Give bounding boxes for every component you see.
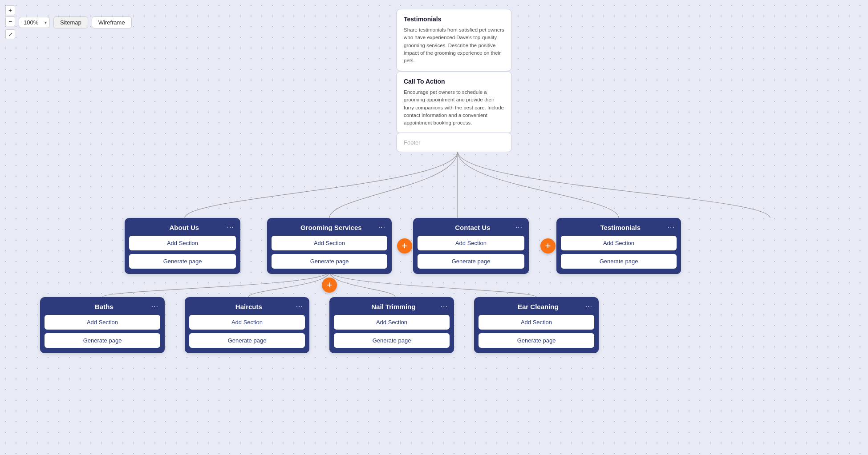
canvas: + − ⤢ 100% 50% 75% 125% 150% ▾ Sitemap W… bbox=[0, 0, 868, 455]
toolbar: + − ⤢ 100% 50% 75% 125% 150% ▾ Sitemap W… bbox=[5, 5, 132, 39]
wireframe-button[interactable]: Wireframe bbox=[92, 16, 132, 28]
contact-us-generate-page[interactable]: Generate page bbox=[418, 254, 524, 269]
sitemap-button[interactable]: Sitemap bbox=[53, 16, 88, 28]
nail-trimming-title: Nail Trimming bbox=[346, 303, 441, 310]
zoom-out-button[interactable]: − bbox=[5, 16, 15, 26]
about-us-title: About Us bbox=[142, 224, 227, 231]
add-page-btn-2[interactable]: + bbox=[540, 238, 556, 254]
nail-trimming-body: Add Section Generate page bbox=[329, 315, 454, 353]
fullscreen-button[interactable]: ⤢ bbox=[5, 29, 15, 39]
baths-menu[interactable]: ··· bbox=[151, 302, 158, 310]
about-us-node: About Us ··· Add Section Generate page bbox=[125, 218, 240, 274]
footer-card: Footer bbox=[396, 133, 512, 152]
grooming-services-menu[interactable]: ··· bbox=[378, 223, 385, 231]
testimonials-page-title: Testimonials bbox=[573, 224, 668, 231]
about-us-generate-page[interactable]: Generate page bbox=[129, 254, 236, 269]
testimonials-page-header: Testimonials ··· bbox=[556, 218, 681, 236]
nail-trimming-header: Nail Trimming ··· bbox=[329, 297, 454, 315]
ear-cleaning-header: Ear Cleaning ··· bbox=[474, 297, 599, 315]
haircuts-generate-page[interactable]: Generate page bbox=[189, 333, 305, 348]
grooming-services-body: Add Section Generate page bbox=[267, 236, 392, 274]
call-to-action-card: Call To Action Encourage pet owners to s… bbox=[396, 71, 512, 133]
grooming-services-node: Grooming Services ··· Add Section Genera… bbox=[267, 218, 392, 274]
zoom-in-button[interactable]: + bbox=[5, 5, 15, 15]
footer-card-label: Footer bbox=[404, 139, 421, 146]
contact-us-header: Contact Us ··· bbox=[413, 218, 529, 236]
about-us-header: About Us ··· bbox=[125, 218, 240, 236]
nail-trimming-generate-page[interactable]: Generate page bbox=[334, 333, 450, 348]
baths-header: Baths ··· bbox=[40, 297, 165, 315]
grooming-services-add-section[interactable]: Add Section bbox=[272, 236, 387, 250]
add-child-btn[interactable]: + bbox=[322, 278, 337, 293]
ear-cleaning-title: Ear Cleaning bbox=[491, 303, 585, 310]
ear-cleaning-node: Ear Cleaning ··· Add Section Generate pa… bbox=[474, 297, 599, 353]
testimonials-page-body: Add Section Generate page bbox=[556, 236, 681, 274]
grooming-services-generate-page[interactable]: Generate page bbox=[272, 254, 387, 269]
testimonials-page-node: Testimonials ··· Add Section Generate pa… bbox=[556, 218, 681, 274]
ear-cleaning-add-section[interactable]: Add Section bbox=[479, 315, 594, 330]
nail-trimming-node: Nail Trimming ··· Add Section Generate p… bbox=[329, 297, 454, 353]
nail-trimming-menu[interactable]: ··· bbox=[441, 302, 448, 310]
ear-cleaning-body: Add Section Generate page bbox=[474, 315, 599, 353]
testimonials-generate-page[interactable]: Generate page bbox=[561, 254, 677, 269]
about-us-body: Add Section Generate page bbox=[125, 236, 240, 274]
cta-card-body: Encourage pet owners to schedule a groom… bbox=[404, 89, 504, 127]
zoom-select[interactable]: 100% 50% 75% 125% 150% bbox=[19, 17, 50, 28]
baths-body: Add Section Generate page bbox=[40, 315, 165, 353]
grooming-services-title: Grooming Services bbox=[284, 224, 378, 231]
haircuts-header: Haircuts ··· bbox=[185, 297, 309, 315]
testimonials-card-title: Testimonials bbox=[404, 16, 504, 23]
contact-us-node: Contact Us ··· Add Section Generate page bbox=[413, 218, 529, 274]
baths-generate-page[interactable]: Generate page bbox=[45, 333, 160, 348]
haircuts-menu[interactable]: ··· bbox=[296, 302, 303, 310]
haircuts-node: Haircuts ··· Add Section Generate page bbox=[185, 297, 309, 353]
about-us-menu[interactable]: ··· bbox=[227, 223, 234, 231]
about-us-add-section[interactable]: Add Section bbox=[129, 236, 236, 250]
ear-cleaning-menu[interactable]: ··· bbox=[585, 302, 592, 310]
add-page-btn-1[interactable]: + bbox=[397, 238, 412, 254]
nail-trimming-add-section[interactable]: Add Section bbox=[334, 315, 450, 330]
haircuts-body: Add Section Generate page bbox=[185, 315, 309, 353]
zoom-select-wrapper: 100% 50% 75% 125% 150% ▾ bbox=[19, 17, 50, 28]
baths-add-section[interactable]: Add Section bbox=[45, 315, 160, 330]
haircuts-title: Haircuts bbox=[202, 303, 296, 310]
testimonials-card-body: Share testimonials from satisfied pet ow… bbox=[404, 26, 504, 64]
testimonials-card: Testimonials Share testimonials from sat… bbox=[396, 9, 512, 71]
ear-cleaning-generate-page[interactable]: Generate page bbox=[479, 333, 594, 348]
contact-us-body: Add Section Generate page bbox=[413, 236, 529, 274]
baths-node: Baths ··· Add Section Generate page bbox=[40, 297, 165, 353]
testimonials-page-menu[interactable]: ··· bbox=[668, 223, 675, 231]
contact-us-title: Contact Us bbox=[430, 224, 515, 231]
haircuts-add-section[interactable]: Add Section bbox=[189, 315, 305, 330]
testimonials-add-section[interactable]: Add Section bbox=[561, 236, 677, 250]
cta-card-title: Call To Action bbox=[404, 78, 504, 85]
contact-us-menu[interactable]: ··· bbox=[515, 223, 523, 231]
baths-title: Baths bbox=[57, 303, 151, 310]
contact-us-add-section[interactable]: Add Section bbox=[418, 236, 524, 250]
grooming-services-header: Grooming Services ··· bbox=[267, 218, 392, 236]
